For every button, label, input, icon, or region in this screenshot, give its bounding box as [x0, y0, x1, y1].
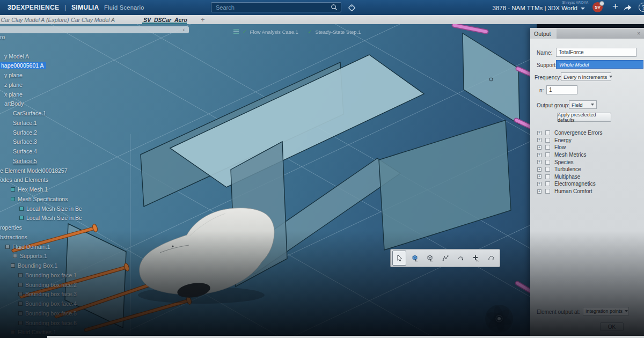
box-select-button[interactable] [407, 251, 421, 266]
tree-item[interactable]: Surface.5 [13, 158, 37, 164]
category-checkbox[interactable] [545, 145, 550, 150]
tree-item[interactable]: Bounding box face.2 [18, 282, 77, 288]
tree-item[interactable]: Fluid Domain.1 [5, 244, 50, 250]
output-categories: +Convergence Errors+Energy+Flow+Mesh Met… [530, 129, 644, 195]
lasso-select-icon [488, 254, 494, 262]
output-category-row: +Human Comfort [530, 188, 644, 195]
collapse-icon[interactable]: ‹ [183, 27, 185, 33]
polyline-select-button[interactable] [438, 251, 452, 266]
tree-item[interactable]: Surface.4 [13, 148, 37, 155]
free-select-button[interactable] [453, 251, 467, 266]
frequency-select[interactable]: Every n increments [561, 72, 611, 81]
tree-item[interactable]: ro [0, 34, 5, 40]
expand-icon[interactable]: + [537, 167, 541, 172]
car-model[interactable] [138, 208, 274, 304]
avatar[interactable]: SV [592, 2, 603, 12]
viewport-3d[interactable]: ‹ ✓ Flow Analysis Case.1 ✓ Steady-State … [0, 24, 537, 338]
tree-item[interactable]: Bounding box face.5 [18, 310, 77, 317]
paint-select-button[interactable] [469, 251, 482, 266]
tree-item[interactable]: Mesh Specifications [11, 196, 68, 202]
name-field[interactable] [556, 48, 636, 57]
chevron-down-icon [609, 76, 612, 78]
tree-item[interactable]: artBody [4, 100, 24, 107]
apply-defaults-button[interactable]: Apply preselected defaults [557, 113, 611, 122]
element-output-select[interactable]: Integration points [583, 307, 629, 315]
expand-icon[interactable]: + [537, 131, 541, 135]
tree-item[interactable]: z plane [4, 82, 23, 88]
category-checkbox[interactable] [545, 181, 550, 186]
tree-item[interactable]: x plane [4, 91, 23, 98]
tree-item[interactable]: hape00005601 A [0, 62, 46, 69]
expand-icon[interactable]: + [537, 189, 541, 194]
share-icon[interactable] [623, 4, 632, 11]
tree-item[interactable]: e Element Model00018257 [0, 167, 68, 174]
lasso-select-button[interactable] [484, 251, 498, 266]
close-icon[interactable]: × [637, 31, 644, 36]
ok-button[interactable]: OK [600, 322, 624, 331]
right-wall-plane[interactable] [379, 120, 511, 250]
output-panel-title-bar[interactable]: Output × [530, 28, 644, 39]
category-checkbox[interactable] [545, 167, 550, 172]
expand-icon[interactable]: + [537, 182, 541, 186]
expand-icon[interactable]: + [537, 174, 541, 179]
tree-item[interactable]: y Model A [4, 53, 29, 60]
select-cursor-button[interactable] [392, 251, 406, 266]
tree-item-label: x plane [4, 91, 23, 98]
new-tab-button[interactable]: + [201, 15, 205, 24]
output-group-select[interactable]: Field [569, 100, 597, 109]
status-badge [599, 1, 604, 6]
tree-item[interactable]: Surface.3 [13, 138, 37, 145]
tree-item[interactable]: Bounding box face.3 [18, 291, 77, 297]
brand-app: SIMULIA [71, 4, 99, 11]
tree-item[interactable]: roperties [0, 224, 22, 231]
document-tab[interactable]: SV_DSCar_Aero [141, 15, 190, 24]
tree-item[interactable]: Bounding Box.1 [11, 262, 57, 269]
tree-item[interactable]: Bounding box face.4 [18, 300, 77, 307]
category-checkbox[interactable] [545, 174, 550, 179]
tree-item[interactable]: Fluid Cavities.1 [11, 329, 56, 335]
expand-icon[interactable]: + [537, 138, 541, 142]
tree-item[interactable]: CarSurface.1 [13, 110, 46, 116]
category-checkbox[interactable] [545, 160, 550, 165]
tree-item[interactable]: Supports.1 [13, 253, 47, 259]
brand-3d: 3D [8, 4, 16, 11]
tenant-selector[interactable]: 3878 - NAM TTMs | 3DX World [493, 5, 586, 11]
category-label: Convergence Errors [554, 130, 602, 136]
add-content-button[interactable]: + [612, 1, 618, 12]
tree-item[interactable]: Bounding box face.6 [18, 320, 77, 326]
avatar-initials: SV [595, 5, 601, 10]
search-input[interactable] [211, 4, 331, 11]
document-tab[interactable]: Car Clay Model A (Explore) [0, 15, 70, 24]
compass-icon[interactable] [485, 305, 513, 333]
box-trap-select-button[interactable] [423, 251, 437, 266]
tree-item[interactable]: y plane [4, 72, 23, 78]
expand-icon[interactable]: + [537, 145, 541, 150]
document-tab[interactable]: Car Clay Model A [70, 15, 116, 24]
support-field[interactable]: Whole Model [556, 60, 643, 69]
output-category-row: +Turbulence [530, 166, 644, 173]
tree-item[interactable]: Surface.1 [13, 120, 37, 126]
help-button[interactable]: ? [639, 3, 644, 12]
category-checkbox[interactable] [545, 152, 550, 157]
chevron-down-icon [625, 310, 628, 312]
select-cursor-icon [396, 254, 402, 262]
tree-item[interactable]: Local Mesh Size in Bc [19, 205, 82, 212]
tree-item[interactable]: Bounding box face.1 [18, 272, 77, 278]
category-checkbox[interactable] [545, 138, 550, 143]
category-checkbox[interactable] [545, 130, 550, 135]
tree-item[interactable]: Hex Mesh.1 [11, 186, 48, 193]
search-icon[interactable] [331, 4, 338, 11]
expand-icon[interactable]: + [537, 160, 541, 164]
expand-icon[interactable]: + [537, 153, 541, 157]
tag-icon[interactable] [347, 3, 356, 12]
tree-item-label: hape00005601 A [0, 62, 46, 69]
step-label[interactable]: Steady-State Step.1 [315, 29, 361, 35]
flow-case-label[interactable]: Flow Analysis Case.1 [250, 29, 298, 35]
n-field[interactable] [546, 85, 577, 94]
tree-item[interactable]: Local Mesh Size in Bc [19, 215, 82, 221]
category-checkbox[interactable] [545, 189, 550, 194]
tree-item[interactable]: Surface.2 [13, 129, 37, 136]
tree-item[interactable]: bstractions [0, 234, 27, 240]
global-search[interactable] [211, 2, 341, 12]
tree-item[interactable]: odes and Elements [0, 177, 48, 183]
